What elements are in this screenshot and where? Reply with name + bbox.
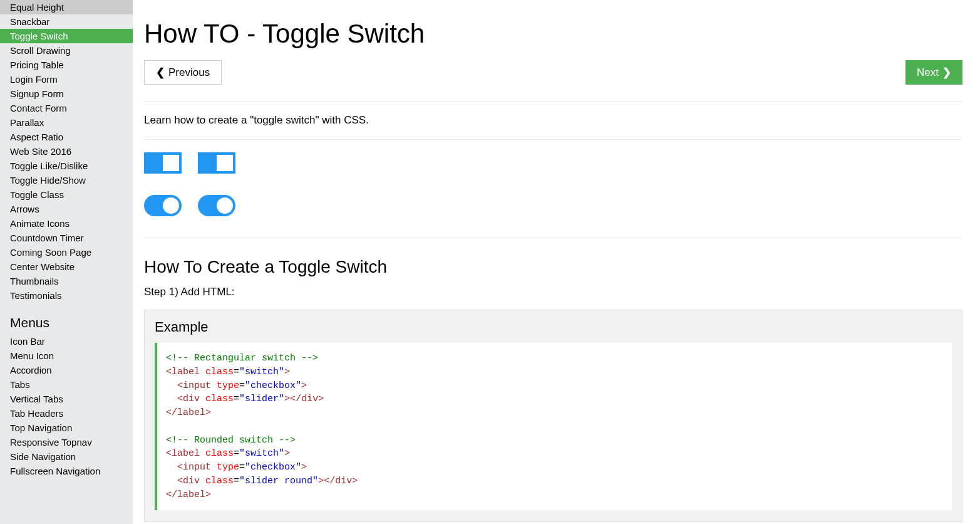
toggle-switch-round-off[interactable] <box>144 195 182 216</box>
demo-row-round <box>144 195 962 216</box>
sidebar-item-tabs[interactable]: Tabs <box>0 377 133 392</box>
sidebar-item-fullscreen-navigation[interactable]: Fullscreen Navigation <box>0 464 133 478</box>
section-title: How To Create a Toggle Switch <box>144 257 962 277</box>
sidebar-item-toggle-like-dislike[interactable]: Toggle Like/Dislike <box>0 159 133 173</box>
slider <box>144 152 182 174</box>
next-label: Next <box>917 66 939 79</box>
sidebar-item-countdown-timer[interactable]: Countdown Timer <box>0 231 133 245</box>
toggle-switch-square-on[interactable] <box>198 152 235 174</box>
sidebar-heading-menus: Menus <box>0 303 133 334</box>
sidebar-item-toggle-hide-show[interactable]: Toggle Hide/Show <box>0 173 133 187</box>
sidebar-item-signup-form[interactable]: Signup Form <box>0 86 133 101</box>
toggle-switch-round-on[interactable] <box>198 195 235 216</box>
divider <box>144 101 962 102</box>
nav-buttons: ❮ Previous Next ❯ <box>144 60 962 85</box>
slider <box>198 152 235 174</box>
sidebar-item-aspect-ratio[interactable]: Aspect Ratio <box>0 130 133 144</box>
sidebar-item-coming-soon-page[interactable]: Coming Soon Page <box>0 245 133 259</box>
intro-text: Learn how to create a "toggle switch" wi… <box>144 114 962 127</box>
sidebar-item-web-site-2016[interactable]: Web Site 2016 <box>0 144 133 159</box>
code-block: <!-- Rectangular switch --> <label class… <box>155 343 952 510</box>
sidebar-item-toggle-class[interactable]: Toggle Class <box>0 187 133 202</box>
sidebar-item-menu-icon[interactable]: Menu Icon <box>0 348 133 363</box>
example-title: Example <box>155 319 952 335</box>
divider <box>144 139 962 140</box>
sidebar-group-1: Equal HeightSnackbarToggle SwitchScroll … <box>0 0 133 303</box>
sidebar-item-contact-form[interactable]: Contact Form <box>0 101 133 115</box>
sidebar: Equal HeightSnackbarToggle SwitchScroll … <box>0 0 133 524</box>
sidebar-item-arrows[interactable]: Arrows <box>0 202 133 216</box>
chevron-right-icon: ❯ <box>942 66 951 79</box>
sidebar-item-icon-bar[interactable]: Icon Bar <box>0 334 133 348</box>
sidebar-item-thumbnails[interactable]: Thumbnails <box>0 274 133 288</box>
sidebar-item-accordion[interactable]: Accordion <box>0 363 133 377</box>
previous-button[interactable]: ❮ Previous <box>144 60 222 85</box>
sidebar-item-parallax[interactable]: Parallax <box>0 115 133 130</box>
sidebar-item-equal-height[interactable]: Equal Height <box>0 0 133 14</box>
sidebar-item-login-form[interactable]: Login Form <box>0 72 133 86</box>
sidebar-item-testimonials[interactable]: Testimonials <box>0 288 133 303</box>
sidebar-item-center-website[interactable]: Center Website <box>0 259 133 274</box>
sidebar-item-toggle-switch[interactable]: Toggle Switch <box>0 29 133 43</box>
chevron-left-icon: ❮ <box>156 66 165 79</box>
step-1-label: Step 1) Add HTML: <box>144 286 962 298</box>
slider <box>144 195 182 216</box>
sidebar-item-animate-icons[interactable]: Animate Icons <box>0 216 133 231</box>
sidebar-item-pricing-table[interactable]: Pricing Table <box>0 58 133 72</box>
sidebar-item-top-navigation[interactable]: Top Navigation <box>0 421 133 435</box>
main-content: How TO - Toggle Switch ❮ Previous Next ❯… <box>133 0 980 524</box>
sidebar-item-responsive-topnav[interactable]: Responsive Topnav <box>0 435 133 449</box>
page-title: How TO - Toggle Switch <box>144 19 962 49</box>
sidebar-item-side-navigation[interactable]: Side Navigation <box>0 449 133 464</box>
sidebar-group-2: Icon BarMenu IconAccordionTabsVertical T… <box>0 334 133 478</box>
slider <box>198 195 235 216</box>
demo-row-square <box>144 152 962 174</box>
previous-label: Previous <box>168 66 210 79</box>
sidebar-item-scroll-drawing[interactable]: Scroll Drawing <box>0 43 133 58</box>
sidebar-item-vertical-tabs[interactable]: Vertical Tabs <box>0 392 133 406</box>
toggle-switch-square-off[interactable] <box>144 152 182 174</box>
sidebar-item-snackbar[interactable]: Snackbar <box>0 14 133 29</box>
next-button[interactable]: Next ❯ <box>905 60 962 85</box>
divider <box>144 238 962 238</box>
example-box: Example <!-- Rectangular switch --> <lab… <box>144 310 962 522</box>
sidebar-item-tab-headers[interactable]: Tab Headers <box>0 406 133 421</box>
